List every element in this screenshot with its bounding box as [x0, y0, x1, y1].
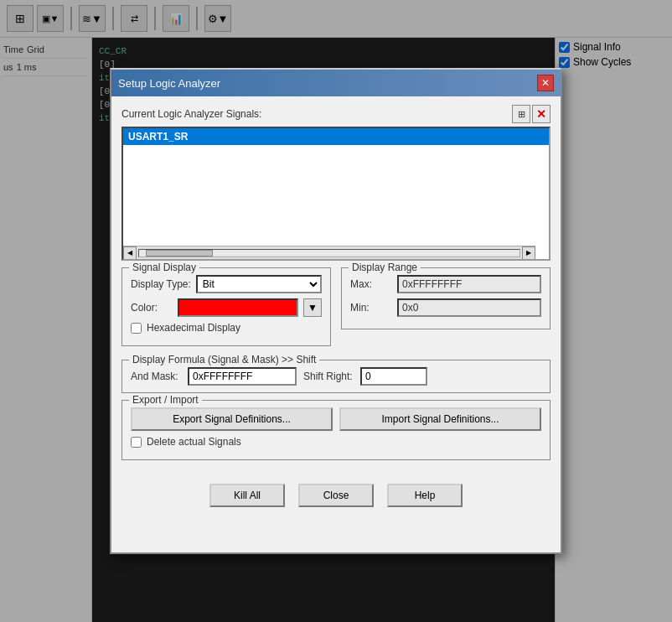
max-input[interactable] — [397, 275, 541, 293]
shift-right-label: Shift Right: — [303, 371, 354, 382]
display-range-box: Display Range Max: Min: — [341, 267, 551, 329]
modal-footer: Kill All Close Help — [111, 475, 561, 516]
min-input[interactable] — [397, 298, 541, 317]
help-button[interactable]: Help — [387, 484, 463, 507]
shift-right-input[interactable] — [360, 367, 427, 386]
color-picker-btn[interactable]: ▼ — [303, 298, 322, 317]
export-import-legend: Export / Import — [129, 394, 202, 406]
formula-legend: Display Formula (Signal & Mask) >> Shift — [129, 354, 319, 365]
scrollbar-track[interactable] — [138, 249, 520, 257]
signal-list-toolbar: ⊞ ✕ — [512, 105, 551, 123]
scroll-right-btn[interactable]: ▶ — [522, 246, 535, 260]
delete-signals-label: Delete actual Signals — [147, 436, 241, 448]
display-range-legend: Display Range — [349, 262, 421, 273]
close-button[interactable]: Close — [298, 484, 374, 507]
signal-item-usart1-sr[interactable]: USART1_SR — [123, 128, 549, 145]
export-import-box: Export / Import Export Signal Definition… — [121, 400, 551, 460]
formula-row: And Mask: Shift Right: — [131, 367, 541, 386]
import-signal-btn[interactable]: Import Signal Definitions... — [339, 407, 541, 431]
kill-all-button[interactable]: Kill All — [209, 484, 285, 507]
modal-close-button[interactable]: ✕ — [537, 75, 554, 91]
max-row: Max: — [350, 275, 541, 293]
delete-signals-row: Delete actual Signals — [131, 436, 541, 448]
signal-delete-btn[interactable]: ✕ — [532, 105, 551, 123]
hex-display-checkbox[interactable] — [131, 323, 142, 334]
signals-section-header: Current Logic Analyzer Signals: ⊞ ✕ — [121, 105, 551, 123]
formula-box: Display Formula (Signal & Mask) >> Shift… — [121, 360, 551, 393]
min-label: Min: — [350, 302, 392, 314]
horizontal-scrollbar[interactable]: ◀ ▶ — [123, 246, 535, 259]
and-mask-label: And Mask: — [131, 371, 181, 382]
scroll-left-btn[interactable]: ◀ — [123, 246, 137, 260]
max-label: Max: — [350, 278, 392, 290]
hex-display-label: Hexadecimal Display — [147, 322, 240, 334]
hex-display-row: Hexadecimal Display — [131, 322, 322, 334]
color-swatch[interactable] — [178, 298, 298, 317]
and-mask-input[interactable] — [188, 367, 297, 386]
display-settings-row: Signal Display Display Type: Bit Analog … — [121, 261, 551, 353]
export-signal-btn[interactable]: Export Signal Definitions... — [131, 407, 333, 431]
display-type-row: Display Type: Bit Analog — [131, 275, 322, 293]
delete-signals-checkbox[interactable] — [131, 437, 142, 448]
scrollbar-thumb[interactable] — [146, 250, 213, 257]
signal-display-legend: Signal Display — [129, 262, 199, 273]
min-row: Min: — [350, 298, 541, 317]
display-type-label: Display Type: — [131, 278, 191, 290]
modal-title: Setup Logic Analyzer — [118, 77, 220, 90]
signal-add-btn[interactable]: ⊞ — [512, 105, 530, 123]
color-row: Color: ▼ — [131, 298, 322, 317]
display-range-group: Display Range Max: Min: — [341, 261, 551, 353]
signal-list: USART1_SR ◀ ▶ — [121, 127, 551, 261]
display-type-select[interactable]: Bit Analog — [196, 275, 322, 293]
setup-logic-analyzer-dialog: Setup Logic Analyzer ✕ Current Logic Ana… — [110, 68, 562, 554]
modal-overlay: Setup Logic Analyzer ✕ Current Logic Ana… — [0, 0, 672, 622]
signal-display-group: Signal Display Display Type: Bit Analog … — [121, 261, 331, 353]
color-label: Color: — [131, 302, 173, 314]
signal-display-box: Signal Display Display Type: Bit Analog … — [121, 267, 331, 346]
signals-section-label: Current Logic Analyzer Signals: — [121, 108, 261, 120]
modal-body: Current Logic Analyzer Signals: ⊞ ✕ USAR… — [111, 96, 561, 475]
modal-titlebar: Setup Logic Analyzer ✕ — [111, 70, 561, 96]
export-import-buttons-row: Export Signal Definitions... Import Sign… — [131, 407, 541, 431]
